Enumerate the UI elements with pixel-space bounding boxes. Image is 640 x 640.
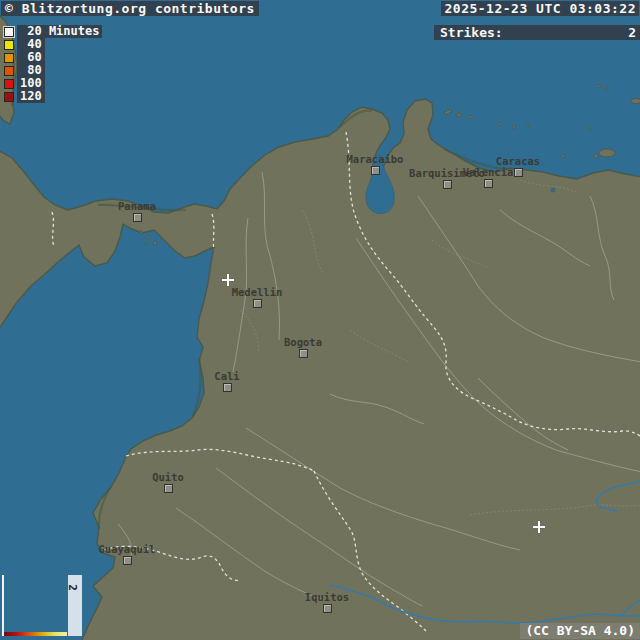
- city-marker[interactable]: [223, 383, 232, 392]
- city-marker[interactable]: [371, 166, 380, 175]
- timestamp: 2025-12-23 UTC 03:03:22: [441, 1, 639, 16]
- legend-item: 100: [4, 77, 102, 90]
- city-marker[interactable]: [514, 168, 523, 177]
- city-marker[interactable]: [443, 180, 452, 189]
- city-label: Panama: [118, 200, 156, 212]
- city-marker[interactable]: [253, 299, 262, 308]
- legend-item-label: 120: [17, 90, 45, 103]
- histogram-time-axis: [4, 632, 67, 636]
- strikes-label: Strikes:: [440, 25, 503, 40]
- city-label: Guayaquil: [99, 543, 156, 555]
- lightning-map-app: PanamaMaracaiboCaracasBarquisimetoValenc…: [0, 0, 640, 640]
- legend-item: 40: [4, 38, 102, 51]
- histogram-bar-value: 2: [66, 584, 79, 591]
- city-label: Bogota: [284, 336, 322, 348]
- strike-cross-vertical: [227, 274, 229, 286]
- license-badge: (CC BY-SA 4.0): [520, 623, 640, 639]
- legend-color-swatch: [4, 27, 14, 37]
- legend-color-swatch: [4, 40, 14, 50]
- histogram-bar: 2: [68, 575, 82, 636]
- age-legend: 20 Minutes 40 60 80100120: [4, 25, 102, 103]
- city-label: Medellin: [232, 286, 283, 298]
- strikes-counter: Strikes: 2: [434, 25, 640, 40]
- city-marker[interactable]: [123, 556, 132, 565]
- city-label: Iquitos: [305, 591, 349, 603]
- city-marker[interactable]: [133, 213, 142, 222]
- small-lake: [551, 188, 555, 192]
- strike-cross-vertical: [538, 521, 540, 533]
- legend-color-swatch: [4, 53, 14, 63]
- legend-item: 80: [4, 64, 102, 77]
- contributors-credit: © Blitzortung.org contributors: [1, 1, 259, 16]
- city-label: Maracaibo: [347, 153, 404, 165]
- legend-item: 60: [4, 51, 102, 64]
- city-label: Quito: [152, 471, 184, 483]
- legend-color-swatch: [4, 66, 14, 76]
- legend-color-swatch: [4, 92, 14, 102]
- city-marker[interactable]: [484, 179, 493, 188]
- legend-item: 120: [4, 90, 102, 103]
- strike-histogram: 2: [0, 572, 92, 638]
- legend-item: 20 Minutes: [4, 25, 102, 38]
- strikes-value: 2: [628, 25, 636, 40]
- histogram-y-axis: [2, 575, 4, 636]
- city-marker[interactable]: [299, 349, 308, 358]
- city-marker[interactable]: [323, 604, 332, 613]
- city-marker[interactable]: [164, 484, 173, 493]
- city-label: Cali: [214, 370, 239, 382]
- legend-color-swatch: [4, 79, 14, 89]
- city-label: Valencia: [463, 166, 514, 178]
